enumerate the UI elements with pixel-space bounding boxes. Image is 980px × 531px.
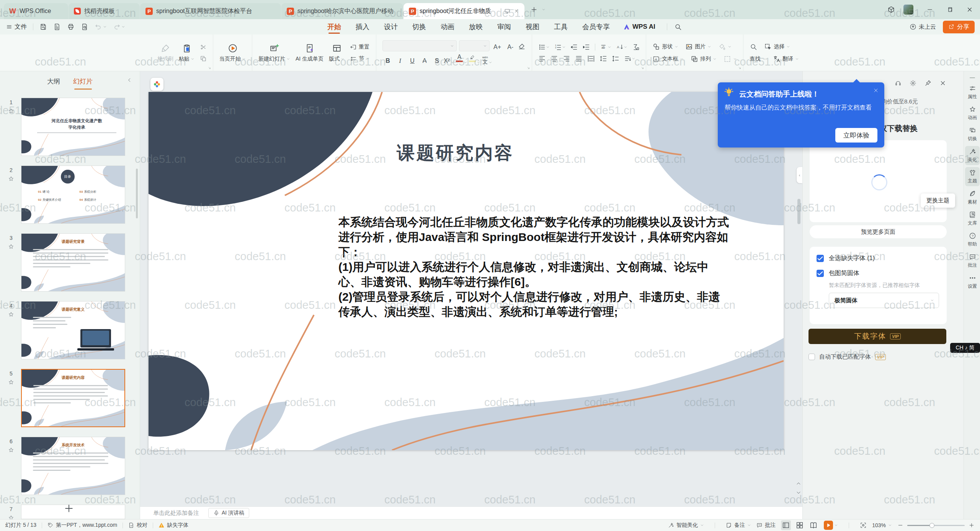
layout-button[interactable]: 版式 [329, 43, 345, 62]
auto-download-row[interactable]: 自动下载已匹配字体 VIP [808, 353, 886, 361]
group-expand-icon[interactable] [640, 66, 645, 70]
checkbox-checked-icon[interactable] [817, 270, 824, 277]
global-search-icon[interactable] [674, 23, 682, 31]
rail-item-文库[interactable]: 文库 [965, 209, 980, 228]
popup-cta-button[interactable]: 立即体验 [835, 128, 877, 143]
zoom-level[interactable]: 103% [872, 522, 892, 528]
file-menu[interactable]: 文件 [6, 23, 27, 31]
rail-item-设置[interactable]: 设置 [965, 272, 980, 292]
search-icon[interactable] [750, 43, 757, 51]
rail-item-美化[interactable]: 美化 [965, 146, 980, 165]
ai-speech-button[interactable]: AI 演讲稿 [208, 508, 249, 518]
preview-more-button[interactable]: 预览更多页面 [810, 225, 947, 238]
character-spacing-button[interactable]: ab [600, 43, 611, 51]
highlight-button[interactable] [469, 54, 480, 65]
clear-format-icon[interactable] [518, 42, 526, 50]
superscript-button[interactable]: X² [444, 54, 454, 65]
add-slide-button[interactable] [63, 503, 75, 514]
text-direction-button[interactable]: A [616, 43, 627, 51]
document-tab-3[interactable]: Pspringboot互联网智慧医院体检平台 [140, 3, 281, 19]
rail-item-素材[interactable]: 素材 [965, 188, 980, 207]
picture-button[interactable]: 图片 [685, 43, 711, 51]
rail-item-帮助[interactable]: ?帮助 [965, 230, 980, 249]
star-icon[interactable] [8, 244, 14, 250]
collapse-panel-icon[interactable] [127, 77, 132, 83]
menu-tab-视图[interactable]: 视图 [520, 19, 545, 34]
decrease-font-button[interactable]: A- [505, 41, 516, 51]
not-uploaded-button[interactable]: 未上云 [910, 23, 936, 31]
placeholder-button[interactable] [724, 55, 737, 63]
restore-icon[interactable] [946, 6, 953, 13]
popup-close-icon[interactable] [873, 87, 879, 93]
zoom-knob[interactable] [929, 523, 934, 528]
format-painter-button[interactable]: 格式刷 [157, 43, 173, 62]
play-from-current-button[interactable]: 当页开始 [219, 43, 246, 62]
italic-button[interactable]: I [395, 54, 405, 65]
textbox-button[interactable]: A文本框 [652, 55, 684, 63]
increase-font-button[interactable]: A+ [492, 41, 503, 51]
menu-tab-设计[interactable]: 设计 [378, 19, 403, 34]
font-size-combo[interactable] [459, 40, 490, 51]
fit-to-window-icon[interactable] [860, 522, 867, 529]
undo-button[interactable] [95, 23, 107, 31]
document-tab-1[interactable]: WWPS Office [4, 3, 68, 19]
panel-collapse-handle[interactable]: ‹ [797, 167, 802, 183]
canvas-scrollbar[interactable] [797, 199, 800, 224]
notes-toggle[interactable]: 备注 [726, 522, 751, 529]
similar-font-select[interactable]: 极简圆体 [829, 293, 939, 308]
arrange-button[interactable]: 排列 [691, 55, 717, 63]
menu-tab-工具[interactable]: 工具 [548, 19, 573, 34]
minimize-icon[interactable] [926, 6, 933, 13]
menu-tab-插入[interactable]: 插入 [350, 19, 375, 34]
zoom-out-icon[interactable] [897, 522, 903, 528]
translate-button[interactable]: 翻译 [773, 55, 799, 63]
tab-list-chevron-icon[interactable] [542, 8, 546, 11]
align-left-icon[interactable] [538, 55, 546, 62]
star-icon[interactable] [8, 108, 14, 114]
rail-item-批注[interactable]: 批注 [965, 251, 980, 270]
align-right-icon[interactable] [563, 55, 570, 62]
comment-toggle[interactable]: 批注 [756, 522, 776, 529]
paste-button[interactable]: 粘贴 [179, 43, 194, 62]
checkbox-checked-icon[interactable] [817, 255, 824, 262]
document-tab-5[interactable]: Pspringboot河北任丘非物质 [403, 3, 524, 19]
new-tab-icon[interactable] [530, 6, 538, 13]
font-color-button[interactable]: A [456, 54, 467, 65]
star-icon[interactable] [8, 515, 14, 519]
menu-tab-wps-ai[interactable]: WPS AI [619, 23, 660, 31]
support-headset-icon[interactable] [895, 80, 902, 87]
distribute-icon[interactable] [587, 55, 595, 62]
redo-button[interactable] [113, 23, 125, 31]
group-expand-icon[interactable] [738, 66, 742, 70]
zoom-track[interactable] [907, 525, 965, 526]
close-window-icon[interactable] [966, 6, 973, 13]
reading-view-icon[interactable] [808, 520, 818, 530]
numbered-list-button[interactable]: 12 [554, 43, 566, 51]
font-item-row[interactable]: 包图简圆体 [817, 269, 940, 277]
fill-color-button[interactable] [718, 43, 732, 51]
select-button[interactable]: 选择 [764, 43, 790, 51]
slide-thumbnail-1[interactable]: 河北任丘非物质文化遗产数字化传承 [21, 98, 125, 156]
avatar[interactable] [903, 5, 913, 15]
sidebar-scrollbar[interactable] [136, 169, 138, 218]
workspace-cube-icon[interactable] [887, 6, 895, 13]
new-slide-button[interactable]: 新建幻灯片 [258, 43, 290, 62]
tab-outline[interactable]: 大纲 [46, 75, 61, 87]
section-button[interactable]: 节 [350, 55, 370, 62]
slide-sorter-icon[interactable] [795, 520, 805, 530]
wps-assistant-fab[interactable] [150, 78, 163, 91]
print-preview-icon[interactable] [81, 23, 88, 31]
previous-slide-icon[interactable] [795, 480, 802, 487]
font-name-combo[interactable] [382, 40, 457, 51]
pinyin-button[interactable]: wén文 [482, 54, 493, 65]
menu-tab-切换[interactable]: 切换 [407, 19, 432, 34]
normal-view-icon[interactable] [781, 520, 791, 530]
current-slide[interactable]: 课题研究内容 本系统结合现今河北任丘非物质文化遗产数字化传承的功能模块以及设计方… [149, 92, 784, 450]
export-icon[interactable] [53, 23, 61, 31]
bold-button[interactable]: B [382, 54, 393, 65]
notes-placeholder[interactable]: 单击此处添加备注 [153, 510, 199, 517]
reset-button[interactable]: 重置 [350, 44, 370, 51]
ai-generate-page-button[interactable]: P AI 生成单页 [296, 43, 323, 62]
slide-title[interactable]: 课题研究内容 [138, 141, 773, 165]
menu-tab-动画[interactable]: 动画 [435, 19, 460, 34]
